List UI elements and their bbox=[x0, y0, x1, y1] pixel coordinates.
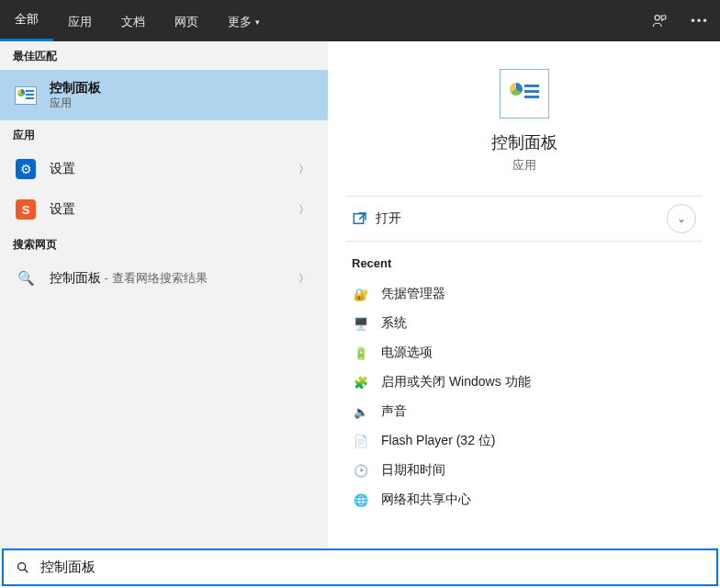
tab-all-label: 全部 bbox=[15, 11, 39, 28]
svg-point-2 bbox=[18, 562, 26, 570]
tab-apps[interactable]: 应用 bbox=[53, 0, 107, 41]
best-match-subtitle: 应用 bbox=[50, 96, 315, 110]
best-match-title: 控制面板 bbox=[50, 80, 315, 96]
flash-player-icon: 📄 bbox=[352, 432, 370, 450]
start-search-window: 全部 应用 文档 网页 更多▾ ••• 最佳匹配 控制面板 应用 应用 ⚙ bbox=[0, 0, 720, 588]
search-input[interactable] bbox=[33, 560, 707, 575]
tab-all[interactable]: 全部 bbox=[0, 0, 53, 41]
recent-item[interactable]: 🔐凭据管理器 bbox=[341, 279, 707, 309]
chevron-right-icon: 〉 bbox=[293, 162, 315, 177]
options-button[interactable]: ••• bbox=[680, 0, 720, 41]
tab-docs-label: 文档 bbox=[121, 14, 145, 30]
apps-header: 应用 bbox=[0, 120, 328, 149]
recent-item-label: 凭据管理器 bbox=[381, 286, 445, 302]
web-result-title: 控制面板 bbox=[50, 270, 101, 285]
power-options-icon: 🔋 bbox=[352, 344, 370, 362]
preview-subtitle: 应用 bbox=[512, 157, 536, 174]
app-result-title: 设置 bbox=[50, 161, 293, 177]
recent-item[interactable]: 🔈声音 bbox=[341, 397, 707, 426]
recent-item[interactable]: 🖥️系统 bbox=[341, 309, 707, 338]
search-bar[interactable] bbox=[2, 548, 718, 586]
tab-web[interactable]: 网页 bbox=[160, 0, 213, 41]
control-panel-icon-large bbox=[500, 69, 549, 119]
tab-docs[interactable]: 文档 bbox=[107, 0, 160, 41]
expand-button[interactable]: ⌄ bbox=[667, 204, 696, 233]
recent-item-label: 日期和时间 bbox=[381, 462, 445, 479]
recent-item[interactable]: 🌐网络和共享中心 bbox=[341, 485, 707, 514]
preview-header: 控制面板 应用 bbox=[328, 60, 720, 196]
results-body: 最佳匹配 控制面板 应用 应用 ⚙ 设置 〉 S 设置 〉 搜索网页 bbox=[0, 41, 720, 548]
recent-item-label: 系统 bbox=[381, 315, 407, 332]
control-panel-icon bbox=[13, 83, 39, 108]
recent-item[interactable]: 🕑日期和时间 bbox=[341, 456, 707, 485]
search-icon bbox=[13, 560, 33, 575]
chevron-down-icon: ⌄ bbox=[677, 212, 686, 225]
settings-icon-blue: ⚙ bbox=[13, 156, 39, 182]
svg-rect-1 bbox=[354, 214, 364, 224]
recent-item-label: 电源选项 bbox=[381, 345, 433, 361]
tabbar-spacer bbox=[275, 0, 639, 41]
chevron-right-icon: 〉 bbox=[293, 202, 315, 218]
tab-more-label: 更多 bbox=[228, 14, 252, 30]
credential-manager-icon: 🔐 bbox=[352, 285, 370, 303]
best-match-result[interactable]: 控制面板 应用 bbox=[0, 70, 328, 120]
app-result-settings-1[interactable]: ⚙ 设置 〉 bbox=[0, 149, 328, 189]
feedback-button[interactable] bbox=[639, 0, 680, 41]
tab-apps-label: 应用 bbox=[68, 14, 92, 30]
system-icon: 🖥️ bbox=[352, 314, 370, 333]
app-result-settings-2[interactable]: S 设置 〉 bbox=[0, 189, 328, 230]
filter-tab-bar: 全部 应用 文档 网页 更多▾ ••• bbox=[0, 0, 720, 41]
recent-item[interactable]: 🔋电源选项 bbox=[341, 338, 707, 368]
sound-icon: 🔈 bbox=[352, 402, 370, 421]
app-result-title: 设置 bbox=[50, 201, 293, 218]
search-icon: 🔍 bbox=[13, 266, 39, 291]
svg-point-0 bbox=[655, 15, 659, 19]
chevron-down-icon: ▾ bbox=[255, 17, 260, 27]
recent-item-label: 启用或关闭 Windows 功能 bbox=[381, 374, 531, 390]
recent-item-label: Flash Player (32 位) bbox=[381, 433, 495, 449]
recent-header: Recent bbox=[328, 242, 720, 279]
chevron-right-icon: 〉 bbox=[293, 271, 315, 287]
results-list: 最佳匹配 控制面板 应用 应用 ⚙ 设置 〉 S 设置 〉 搜索网页 bbox=[0, 41, 328, 548]
best-match-text: 控制面板 应用 bbox=[50, 80, 315, 110]
windows-features-icon: 🧩 bbox=[352, 373, 370, 391]
recent-item-label: 网络和共享中心 bbox=[381, 492, 471, 508]
feedback-icon bbox=[651, 13, 668, 29]
preview-title: 控制面板 bbox=[491, 131, 557, 153]
recent-item-label: 声音 bbox=[381, 403, 407, 420]
recent-list: 🔐凭据管理器 🖥️系统 🔋电源选项 🧩启用或关闭 Windows 功能 🔈声音 … bbox=[328, 279, 720, 514]
tab-more[interactable]: 更多▾ bbox=[213, 0, 275, 41]
recent-item[interactable]: 🧩启用或关闭 Windows 功能 bbox=[341, 368, 707, 397]
preview-pane: 控制面板 应用 打开 ⌄ Recent 🔐凭据管理器 🖥️系统 🔋电源选项 🧩启… bbox=[328, 41, 720, 548]
web-header: 搜索网页 bbox=[0, 230, 328, 258]
recent-item[interactable]: 📄Flash Player (32 位) bbox=[341, 426, 707, 456]
settings-icon-orange: S bbox=[13, 197, 39, 222]
date-time-icon: 🕑 bbox=[352, 461, 370, 480]
best-match-header: 最佳匹配 bbox=[0, 41, 328, 70]
web-result[interactable]: 🔍 控制面板 - 查看网络搜索结果 〉 bbox=[0, 258, 328, 299]
open-action[interactable]: 打开 ⌄ bbox=[328, 197, 720, 241]
tab-web-label: 网页 bbox=[174, 14, 198, 30]
network-sharing-icon: 🌐 bbox=[352, 491, 370, 509]
open-label: 打开 bbox=[376, 210, 401, 227]
web-result-suffix: - 查看网络搜索结果 bbox=[101, 271, 208, 285]
open-icon bbox=[352, 210, 376, 227]
ellipsis-icon: ••• bbox=[691, 14, 709, 28]
